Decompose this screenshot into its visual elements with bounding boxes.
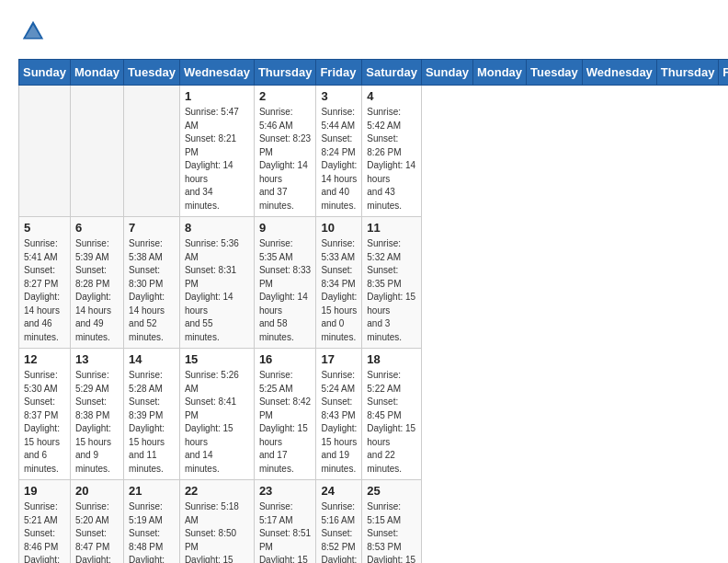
- day-number: 3: [321, 89, 357, 103]
- week-row-3: 12Sunrise: 5:30 AM Sunset: 8:37 PM Dayli…: [19, 349, 729, 480]
- day-info: Sunrise: 5:22 AM Sunset: 8:45 PM Dayligh…: [367, 369, 416, 476]
- day-cell: 23Sunrise: 5:17 AM Sunset: 8:51 PM Dayli…: [254, 480, 316, 564]
- logo-icon: [20, 18, 46, 44]
- day-cell: 10Sunrise: 5:33 AM Sunset: 8:34 PM Dayli…: [316, 217, 362, 349]
- day-number: 2: [259, 89, 312, 103]
- day-cell: 21Sunrise: 5:19 AM Sunset: 8:48 PM Dayli…: [124, 480, 180, 564]
- day-number: 20: [75, 484, 119, 498]
- day-cell: 4Sunrise: 5:42 AM Sunset: 8:26 PM Daylig…: [362, 86, 422, 217]
- day-cell: 13Sunrise: 5:29 AM Sunset: 8:38 PM Dayli…: [70, 349, 123, 480]
- day-cell: 5Sunrise: 5:41 AM Sunset: 8:27 PM Daylig…: [19, 217, 71, 349]
- day-info: Sunrise: 5:25 AM Sunset: 8:42 PM Dayligh…: [259, 369, 312, 476]
- day-info: Sunrise: 5:15 AM Sunset: 8:53 PM Dayligh…: [367, 500, 416, 563]
- day-cell: 8Sunrise: 5:36 AM Sunset: 8:31 PM Daylig…: [179, 217, 254, 349]
- day-cell: 2Sunrise: 5:46 AM Sunset: 8:23 PM Daylig…: [254, 86, 316, 217]
- day-info: Sunrise: 5:47 AM Sunset: 8:21 PM Dayligh…: [185, 106, 249, 213]
- calendar-header-row: SundayMondayTuesdayWednesdayThursdayFrid…: [19, 60, 729, 86]
- day-cell: 11Sunrise: 5:32 AM Sunset: 8:35 PM Dayli…: [362, 217, 422, 349]
- col-header-wednesday: Wednesday: [179, 60, 254, 86]
- calendar-table: SundayMondayTuesdayWednesdayThursdayFrid…: [18, 59, 728, 563]
- day-number: 23: [259, 484, 312, 498]
- day-cell: 15Sunrise: 5:26 AM Sunset: 8:41 PM Dayli…: [179, 349, 254, 480]
- day-number: 13: [75, 352, 119, 366]
- day-info: Sunrise: 5:42 AM Sunset: 8:26 PM Dayligh…: [367, 106, 416, 213]
- day-cell: 19Sunrise: 5:21 AM Sunset: 8:46 PM Dayli…: [19, 480, 71, 564]
- day-info: Sunrise: 5:44 AM Sunset: 8:24 PM Dayligh…: [321, 106, 357, 213]
- day-info: Sunrise: 5:39 AM Sunset: 8:28 PM Dayligh…: [75, 237, 119, 344]
- day-number: 5: [24, 221, 65, 235]
- day-cell: 9Sunrise: 5:35 AM Sunset: 8:33 PM Daylig…: [254, 217, 316, 349]
- day-number: 25: [367, 484, 416, 498]
- day-number: 19: [24, 484, 65, 498]
- day-number: 11: [367, 221, 416, 235]
- day-cell: [19, 86, 71, 217]
- day-cell: 6Sunrise: 5:39 AM Sunset: 8:28 PM Daylig…: [70, 217, 123, 349]
- day-number: 16: [259, 352, 312, 366]
- day-cell: 1Sunrise: 5:47 AM Sunset: 8:21 PM Daylig…: [179, 86, 254, 217]
- col-header-tuesday: Tuesday: [124, 60, 180, 86]
- day-info: Sunrise: 5:35 AM Sunset: 8:33 PM Dayligh…: [259, 237, 312, 344]
- day-info: Sunrise: 5:18 AM Sunset: 8:50 PM Dayligh…: [185, 500, 249, 563]
- day-info: Sunrise: 5:24 AM Sunset: 8:43 PM Dayligh…: [321, 369, 357, 476]
- day-info: Sunrise: 5:30 AM Sunset: 8:37 PM Dayligh…: [24, 369, 65, 476]
- day-info: Sunrise: 5:20 AM Sunset: 8:47 PM Dayligh…: [75, 500, 119, 563]
- day-cell: [70, 86, 123, 217]
- col-friday: Friday: [719, 60, 728, 86]
- day-number: 8: [185, 221, 249, 235]
- day-number: 17: [321, 352, 357, 366]
- day-cell: 18Sunrise: 5:22 AM Sunset: 8:45 PM Dayli…: [362, 349, 422, 480]
- day-number: 6: [75, 221, 119, 235]
- day-number: 9: [259, 221, 312, 235]
- col-monday: Monday: [472, 60, 526, 86]
- day-info: Sunrise: 5:29 AM Sunset: 8:38 PM Dayligh…: [75, 369, 119, 476]
- col-header-thursday: Thursday: [254, 60, 316, 86]
- day-info: Sunrise: 5:28 AM Sunset: 8:39 PM Dayligh…: [129, 369, 175, 476]
- day-cell: 7Sunrise: 5:38 AM Sunset: 8:30 PM Daylig…: [124, 217, 180, 349]
- day-cell: 12Sunrise: 5:30 AM Sunset: 8:37 PM Dayli…: [19, 349, 71, 480]
- day-info: Sunrise: 5:33 AM Sunset: 8:34 PM Dayligh…: [321, 237, 357, 344]
- col-tuesday: Tuesday: [527, 60, 583, 86]
- day-number: 21: [129, 484, 175, 498]
- col-header-friday: Friday: [316, 60, 362, 86]
- day-info: Sunrise: 5:16 AM Sunset: 8:52 PM Dayligh…: [321, 500, 357, 563]
- day-info: Sunrise: 5:17 AM Sunset: 8:51 PM Dayligh…: [259, 500, 312, 563]
- day-cell: 16Sunrise: 5:25 AM Sunset: 8:42 PM Dayli…: [254, 349, 316, 480]
- day-cell: 17Sunrise: 5:24 AM Sunset: 8:43 PM Dayli…: [316, 349, 362, 480]
- day-cell: 20Sunrise: 5:20 AM Sunset: 8:47 PM Dayli…: [70, 480, 123, 564]
- day-number: 18: [367, 352, 416, 366]
- day-number: 7: [129, 221, 175, 235]
- week-row-2: 5Sunrise: 5:41 AM Sunset: 8:27 PM Daylig…: [19, 217, 729, 349]
- day-number: 4: [367, 89, 416, 103]
- day-info: Sunrise: 5:36 AM Sunset: 8:31 PM Dayligh…: [185, 237, 249, 344]
- page-header: [18, 18, 710, 44]
- day-cell: 3Sunrise: 5:44 AM Sunset: 8:24 PM Daylig…: [316, 86, 362, 217]
- day-info: Sunrise: 5:46 AM Sunset: 8:23 PM Dayligh…: [259, 106, 312, 213]
- day-number: 12: [24, 352, 65, 366]
- col-wednesday: Wednesday: [582, 60, 656, 86]
- day-info: Sunrise: 5:32 AM Sunset: 8:35 PM Dayligh…: [367, 237, 416, 344]
- day-number: 15: [185, 352, 249, 366]
- day-info: Sunrise: 5:21 AM Sunset: 8:46 PM Dayligh…: [24, 500, 65, 563]
- day-number: 1: [185, 89, 249, 103]
- day-cell: 14Sunrise: 5:28 AM Sunset: 8:39 PM Dayli…: [124, 349, 180, 480]
- col-header-sunday: Sunday: [19, 60, 71, 86]
- col-sunday: Sunday: [421, 60, 472, 86]
- col-thursday: Thursday: [656, 60, 719, 86]
- day-info: Sunrise: 5:41 AM Sunset: 8:27 PM Dayligh…: [24, 237, 65, 344]
- day-number: 24: [321, 484, 357, 498]
- day-number: 22: [185, 484, 249, 498]
- week-row-4: 19Sunrise: 5:21 AM Sunset: 8:46 PM Dayli…: [19, 480, 729, 564]
- week-row-1: 1Sunrise: 5:47 AM Sunset: 8:21 PM Daylig…: [19, 86, 729, 217]
- logo: [18, 18, 50, 44]
- col-header-saturday: Saturday: [362, 60, 422, 86]
- day-number: 14: [129, 352, 175, 366]
- day-info: Sunrise: 5:38 AM Sunset: 8:30 PM Dayligh…: [129, 237, 175, 344]
- day-cell: 25Sunrise: 5:15 AM Sunset: 8:53 PM Dayli…: [362, 480, 422, 564]
- col-header-monday: Monday: [70, 60, 123, 86]
- day-info: Sunrise: 5:26 AM Sunset: 8:41 PM Dayligh…: [185, 369, 249, 476]
- day-cell: [124, 86, 180, 217]
- day-info: Sunrise: 5:19 AM Sunset: 8:48 PM Dayligh…: [129, 500, 175, 563]
- day-cell: 24Sunrise: 5:16 AM Sunset: 8:52 PM Dayli…: [316, 480, 362, 564]
- day-number: 10: [321, 221, 357, 235]
- day-cell: 22Sunrise: 5:18 AM Sunset: 8:50 PM Dayli…: [179, 480, 254, 564]
